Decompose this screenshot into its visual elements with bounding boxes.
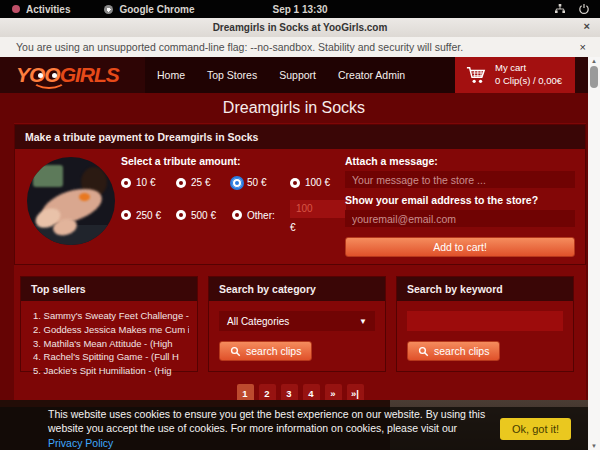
tribute-panel: Make a tribute payment to Dreamgirls in … [14, 124, 586, 265]
radio-icon[interactable] [232, 210, 242, 220]
search-category-header: Search by category [209, 277, 385, 301]
top-sellers-panel: Top sellers 1. Sammy's Sweaty Feet Chall… [20, 276, 198, 372]
cart-title: My cart [495, 62, 562, 75]
nav-home[interactable]: Home [157, 69, 185, 81]
search-category-panel: Search by category All Categories ▼ sear… [208, 276, 386, 372]
radio-icon[interactable] [176, 210, 186, 220]
amount-radio-10[interactable]: 10 € [121, 177, 176, 188]
cookie-accept-button[interactable]: Ok, got it! [500, 418, 571, 440]
search-icon [418, 346, 429, 357]
amount-options: 10 € 25 € 50 € 100 € 250 € 500 € Other: … [121, 177, 359, 233]
clock[interactable]: Sep 1 13:30 [0, 4, 600, 15]
amount-radio-50[interactable]: 50 € [232, 177, 290, 188]
warning-close-icon[interactable]: × [580, 41, 586, 53]
window-close-button[interactable]: × [584, 20, 590, 32]
radio-icon[interactable] [232, 178, 242, 188]
radio-icon[interactable] [121, 178, 131, 188]
amount-radio-500[interactable]: 500 € [176, 198, 232, 233]
top-seller-item[interactable]: 2. Goddess Jessica Makes me Cum in [33, 323, 189, 337]
message-label: Attach a message: [345, 155, 575, 167]
cart-summary: 0 Clip(s) / 0,00€ [495, 75, 562, 88]
page-scrollbar[interactable]: ▲ ▼ [588, 57, 600, 450]
search-clips-category-button[interactable]: search clips [219, 341, 312, 361]
chevron-down-icon: ▼ [359, 317, 367, 326]
radio-icon[interactable] [176, 178, 186, 188]
window-title: Dreamgirls in Socks at YooGirls.com [213, 22, 388, 33]
top-seller-item[interactable]: 3. Mathila's Mean Attitude - (High [33, 337, 189, 351]
search-icon [230, 346, 241, 357]
amount-radio-25[interactable]: 25 € [176, 177, 232, 188]
top-seller-item[interactable]: 1. Sammy's Sweaty Feet Challenge - [33, 309, 189, 323]
top-seller-item[interactable]: 5. Jackie's Spit Humiliation - (Hig [33, 364, 189, 378]
tribute-amount-block: Select a tribute amount: 10 € 25 € 50 € … [121, 155, 359, 233]
privacy-policy-link[interactable]: Privacy Policy [48, 437, 113, 449]
message-input[interactable] [345, 171, 575, 188]
tribute-message-block: Attach a message: Show your email addres… [345, 155, 575, 257]
tribute-panel-header: Make a tribute payment to Dreamgirls in … [15, 125, 585, 149]
cookie-notice-text: This website uses cookies to ensure you … [48, 407, 488, 450]
search-keyword-header: Search by keyword [397, 277, 573, 301]
email-input[interactable] [345, 210, 575, 227]
email-label: Show your email address to the store? [345, 194, 575, 206]
category-select[interactable]: All Categories ▼ [219, 311, 375, 331]
tribute-panel-body: Select a tribute amount: 10 € 25 € 50 € … [15, 149, 585, 264]
scrollbar-thumb[interactable] [590, 66, 598, 88]
store-photo [27, 157, 115, 245]
photo-shape [79, 193, 90, 201]
nav-creator-admin[interactable]: Creator Admin [338, 69, 405, 81]
top-sellers-list: 1. Sammy's Sweaty Feet Challenge - 2. Go… [21, 309, 197, 378]
amount-label: Select a tribute amount: [121, 155, 359, 167]
amount-radio-other[interactable]: Other: [232, 198, 290, 233]
radio-icon[interactable] [290, 178, 300, 188]
yoogirls-logo[interactable]: YOOGIRLS [16, 61, 146, 89]
page-title: Dreamgirls in Socks [0, 93, 588, 123]
nav-support[interactable]: Support [279, 69, 316, 81]
keyword-input[interactable] [407, 311, 563, 331]
scroll-down-arrow[interactable]: ▼ [588, 443, 600, 449]
my-cart-button[interactable]: My cart 0 Clip(s) / 0,00€ [455, 57, 575, 93]
logo-smile-arc [32, 71, 66, 89]
main-nav: Home Top Stores Support Creator Admin [145, 57, 455, 93]
logo-text-girls: GIRLS [60, 63, 119, 86]
top-sellers-header: Top sellers [21, 277, 197, 301]
top-seller-item[interactable]: 4. Rachel's Spitting Game - (Full H [33, 350, 189, 364]
desktop-top-bar: Activities Google Chrome Sep 1 13:30 [0, 0, 600, 18]
nav-top-stores[interactable]: Top Stores [207, 69, 257, 81]
other-amount-input[interactable] [290, 200, 346, 218]
search-keyword-panel: Search by keyword search clips [396, 276, 574, 372]
unsupported-flag-warning: You are using an unsupported command-lin… [0, 37, 600, 57]
cart-icon [465, 65, 487, 85]
browser-titlebar: Dreamgirls in Socks at YooGirls.com × [0, 18, 600, 38]
add-to-cart-button[interactable]: Add to cart! [345, 237, 575, 257]
cookie-notice-bar: This website uses cookies to ensure you … [0, 407, 600, 450]
photo-shape [33, 165, 63, 187]
warning-text: You are using an unsupported command-lin… [16, 41, 463, 53]
site-header: YOOGIRLS Home Top Stores Support Creator… [0, 57, 588, 93]
scroll-up-arrow[interactable]: ▲ [588, 58, 600, 64]
amount-radio-250[interactable]: 250 € [121, 198, 176, 233]
search-clips-keyword-button[interactable]: search clips [407, 341, 500, 361]
radio-icon[interactable] [121, 210, 131, 220]
browser-viewport: YOOGIRLS Home Top Stores Support Creator… [0, 57, 600, 450]
category-select-value: All Categories [227, 316, 289, 327]
